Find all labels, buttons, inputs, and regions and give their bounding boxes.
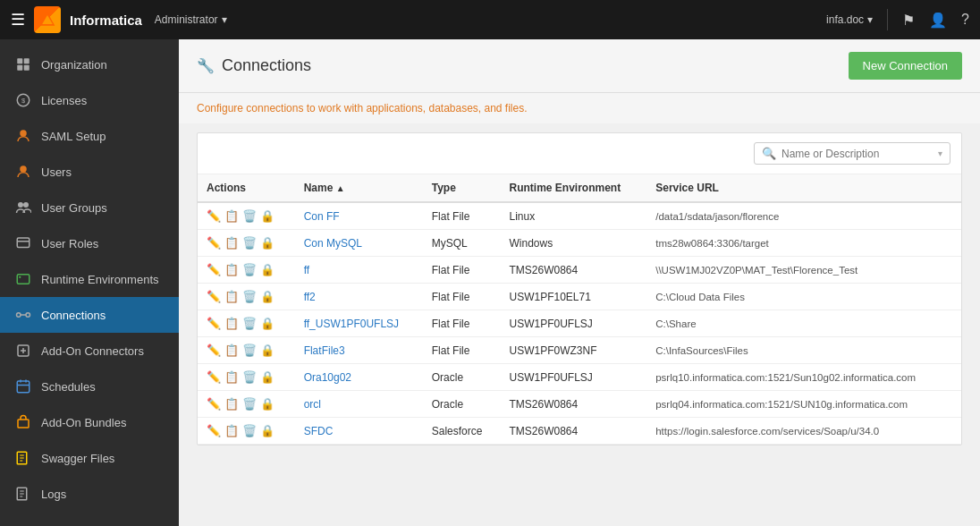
sidebar-item-users[interactable]: Users: [0, 154, 179, 190]
delete-icon[interactable]: 🗑️: [242, 236, 257, 250]
edit-icon[interactable]: ✏️: [207, 370, 221, 384]
help-icon[interactable]: ?: [961, 12, 969, 28]
sidebar-label-licenses: Licenses: [41, 94, 87, 107]
lock-icon[interactable]: 🔒: [260, 209, 275, 223]
delete-icon[interactable]: 🗑️: [242, 263, 257, 276]
copy-icon[interactable]: 📋: [224, 370, 239, 384]
col-actions: Actions: [198, 174, 295, 202]
actions-cell: ✏️ 📋 🗑️ 🔒: [198, 230, 295, 257]
main-layout: Organization $ Licenses SAML Setup Users…: [0, 39, 980, 526]
actions-cell: ✏️ 📋 🗑️ 🔒: [198, 284, 295, 310]
sidebar-item-schedules[interactable]: Schedules: [0, 369, 179, 404]
name-cell: ff_USW1PF0UFLSJ: [295, 310, 423, 337]
sidebar-item-runtime-environments[interactable]: Runtime Environments: [0, 261, 179, 297]
admin-dropdown[interactable]: Administrator ▾: [155, 13, 227, 26]
edit-icon[interactable]: ✏️: [207, 344, 221, 357]
runtime-cell: USW1PF10EL71: [501, 284, 647, 310]
connection-name-link[interactable]: ff: [304, 264, 309, 276]
sidebar-label-saml-setup: SAML Setup: [41, 130, 106, 143]
copy-icon[interactable]: 📋: [224, 317, 239, 330]
lock-icon[interactable]: 🔒: [260, 424, 275, 437]
name-cell: Ora10g02: [295, 364, 423, 391]
lock-icon[interactable]: 🔒: [260, 236, 275, 250]
sidebar-icon-runtime-environments: [14, 270, 32, 288]
name-cell: Con FF: [295, 202, 423, 230]
sidebar-label-user-groups: User Groups: [41, 201, 107, 215]
connection-name-link[interactable]: SFDC: [304, 425, 334, 437]
delete-icon[interactable]: 🗑️: [242, 424, 257, 437]
col-name[interactable]: Name ▲: [295, 174, 423, 202]
table-row: ✏️ 📋 🗑️ 🔒 ff Flat File TMS26W0864 \\USW1…: [198, 257, 961, 284]
sidebar-item-add-on-bundles[interactable]: Add-On Bundles: [0, 404, 179, 440]
connection-name-link[interactable]: Con MySQL: [304, 237, 362, 250]
name-cell: FlatFile3: [295, 337, 423, 364]
hamburger-menu[interactable]: ☰: [11, 10, 25, 30]
connection-name-link[interactable]: orcl: [304, 398, 321, 411]
new-connection-button[interactable]: New Connection: [849, 52, 962, 80]
connection-name-link[interactable]: FlatFile3: [304, 344, 345, 357]
lock-icon[interactable]: 🔒: [260, 370, 275, 384]
copy-icon[interactable]: 📋: [224, 236, 239, 250]
lock-icon[interactable]: 🔒: [260, 263, 275, 276]
lock-icon[interactable]: 🔒: [260, 317, 275, 330]
copy-icon[interactable]: 📋: [224, 209, 239, 223]
sidebar-label-connections: Connections: [41, 309, 106, 322]
sidebar-item-saml-setup[interactable]: SAML Setup: [0, 118, 179, 154]
sidebar-item-add-on-connectors[interactable]: Add-On Connectors: [0, 333, 179, 369]
lock-icon[interactable]: 🔒: [260, 397, 275, 411]
connection-name-link[interactable]: Ora10g02: [304, 371, 351, 384]
search-input[interactable]: [781, 148, 933, 160]
sidebar-item-licenses[interactable]: $ Licenses: [0, 82, 179, 118]
actions-cell: ✏️ 📋 🗑️ 🔒: [198, 257, 295, 284]
edit-icon[interactable]: ✏️: [207, 290, 221, 303]
runtime-cell: USW1PF0UFLSJ: [501, 310, 647, 337]
copy-icon[interactable]: 📋: [224, 290, 239, 303]
copy-icon[interactable]: 📋: [224, 397, 239, 411]
url-cell: psrlq04.informatica.com:1521/SUN10g.info…: [646, 391, 961, 418]
type-cell: Oracle: [423, 391, 501, 418]
edit-icon[interactable]: ✏️: [207, 317, 221, 330]
page-description: Configure connections to work with appli…: [179, 93, 980, 123]
delete-icon[interactable]: 🗑️: [242, 317, 257, 330]
edit-icon[interactable]: ✏️: [207, 209, 221, 223]
runtime-cell: Linux: [501, 202, 647, 230]
name-cell: ff: [295, 257, 423, 284]
search-dropdown-icon[interactable]: ▾: [938, 148, 942, 158]
search-icon: 🔍: [762, 147, 776, 160]
user-icon[interactable]: 👤: [929, 12, 947, 29]
lock-icon[interactable]: 🔒: [260, 344, 275, 357]
sidebar-item-swagger-files[interactable]: Swagger Files: [0, 440, 179, 476]
actions-cell: ✏️ 📋 🗑️ 🔒: [198, 310, 295, 337]
copy-icon[interactable]: 📋: [224, 263, 239, 276]
delete-icon[interactable]: 🗑️: [242, 290, 257, 303]
actions-cell: ✏️ 📋 🗑️ 🔒: [198, 364, 295, 391]
connection-name-link[interactable]: Con FF: [304, 210, 340, 223]
edit-icon[interactable]: ✏️: [207, 424, 221, 437]
edit-icon[interactable]: ✏️: [207, 263, 221, 276]
sidebar-item-logs[interactable]: Logs: [0, 476, 179, 512]
url-cell: tms28w0864:3306/target: [646, 230, 961, 257]
delete-icon[interactable]: 🗑️: [242, 370, 257, 384]
delete-icon[interactable]: 🗑️: [242, 397, 257, 411]
lock-icon[interactable]: 🔒: [260, 290, 275, 303]
table-header: Actions Name ▲ Type Runtime Environment …: [198, 174, 961, 202]
sidebar-item-user-roles[interactable]: User Roles: [0, 225, 179, 261]
copy-icon[interactable]: 📋: [224, 344, 239, 357]
actions-cell: ✏️ 📋 🗑️ 🔒: [198, 337, 295, 364]
connection-name-link[interactable]: ff2: [304, 291, 316, 303]
org-selector[interactable]: infa.doc ▾: [826, 13, 873, 26]
delete-icon[interactable]: 🗑️: [242, 209, 257, 223]
delete-icon[interactable]: 🗑️: [242, 344, 257, 357]
edit-icon[interactable]: ✏️: [207, 236, 221, 250]
svg-rect-14: [17, 275, 30, 284]
url-cell: psrlq10.informatica.com:1521/Sun10g02.in…: [646, 364, 961, 391]
edit-icon[interactable]: ✏️: [207, 397, 221, 411]
copy-icon[interactable]: 📋: [224, 424, 239, 437]
flag-icon[interactable]: ⚑: [902, 12, 915, 29]
sidebar-item-user-groups[interactable]: User Groups: [0, 190, 179, 225]
sidebar-item-organization[interactable]: Organization: [0, 47, 179, 82]
connection-name-link[interactable]: ff_USW1PF0UFLSJ: [304, 318, 399, 330]
search-box[interactable]: 🔍 ▾: [754, 142, 950, 165]
sidebar-item-connections[interactable]: Connections: [0, 297, 179, 333]
sidebar-icon-saml-setup: [14, 127, 32, 145]
